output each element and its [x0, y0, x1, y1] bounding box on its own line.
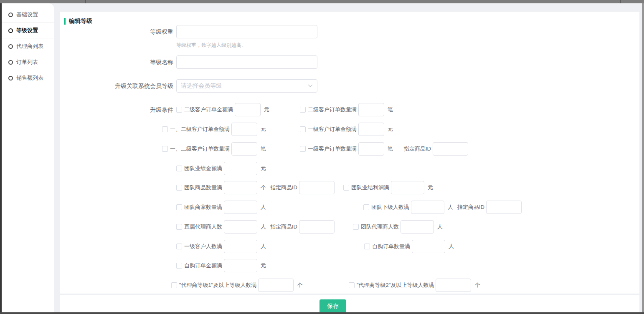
circle-icon [8, 44, 13, 49]
condition-item: 团队业绩金额满 元 [176, 162, 266, 175]
product-id-label: 指定商品ID [270, 184, 297, 191]
checkbox[interactable] [300, 107, 306, 113]
edit-level-panel: 编辑等级 等级权重 等级权重，数字越大级别越高。 等级名称 升级关联系统会员等级… [60, 12, 639, 294]
condition-value-input[interactable] [231, 142, 257, 156]
condition-item: 团队商家数量满 人 [176, 201, 266, 214]
checkbox[interactable] [176, 204, 182, 210]
circle-icon [8, 60, 13, 65]
sidebar-item-label: 销售额列表 [16, 74, 43, 82]
checkbox[interactable] [300, 146, 306, 152]
checkbox[interactable] [349, 282, 355, 288]
condition-value-input[interactable] [358, 123, 384, 136]
condition-item: 一级客户订单数量满 笔 指定商品ID [300, 142, 468, 156]
checkbox[interactable] [364, 244, 370, 249]
checkbox[interactable] [176, 224, 182, 230]
condition-item: "代理商等级2"及以上等级人数满 个 [349, 279, 480, 292]
top-bar-seam [85, 0, 86, 3]
condition-value-input[interactable] [411, 201, 444, 214]
condition-item: 二级客户订单金额满 元 [176, 103, 269, 116]
member-level-label: 升级关联系统会员等级 [60, 79, 173, 93]
member-level-select[interactable]: 请选择会员等级 [176, 79, 317, 93]
upgrade-conditions-label: 升级条件 [60, 103, 173, 116]
checkbox[interactable] [353, 224, 359, 230]
sidebar-item-label: 等级设置 [16, 27, 38, 34]
condition-item: 一级客户人数满 人 [176, 240, 266, 253]
checkbox[interactable] [176, 185, 182, 191]
level-weight-help: 等级权重，数字越大级别越高。 [176, 42, 246, 49]
condition-item: 自购订单数量满 人 [364, 240, 454, 253]
sidebar-item-sales-list[interactable]: 销售额列表 [2, 70, 54, 86]
condition-value-input[interactable] [358, 142, 384, 156]
condition-item: 团队商品数量满 个 指定商品ID [176, 181, 335, 194]
condition-value-input[interactable] [412, 240, 445, 253]
condition-item: 团队代理商人数 人 [353, 220, 443, 234]
condition-item: 二级客户订单数量满 笔 [300, 103, 393, 116]
sidebar: 基础设置 等级设置 代理商列表 订单列表 销售额列表 [2, 3, 54, 312]
condition-value-input[interactable] [258, 279, 294, 292]
checkbox[interactable] [162, 146, 168, 152]
product-id-label: 指定商品ID [457, 203, 484, 211]
condition-value-input[interactable] [391, 181, 424, 194]
condition-item: 直属代理商人数 人 指定商品ID [176, 220, 335, 234]
sidebar-item-label: 基础设置 [16, 11, 38, 18]
product-id-label: 指定商品ID [404, 145, 431, 153]
condition-item: 团队下级人数满 人 指定商品ID [363, 201, 522, 214]
condition-value-input[interactable] [358, 103, 384, 116]
checkbox[interactable] [300, 126, 306, 132]
save-button[interactable]: 保存 [319, 299, 346, 314]
checkbox[interactable] [176, 244, 182, 249]
condition-value-input[interactable] [224, 220, 257, 234]
condition-value-input[interactable] [224, 181, 257, 194]
condition-value-input[interactable] [224, 201, 257, 214]
checkbox[interactable] [171, 282, 177, 288]
level-weight-input[interactable] [176, 25, 317, 38]
condition-item: 一、二级客户订单金额满 元 [162, 123, 266, 136]
circle-icon [8, 13, 13, 17]
condition-value-input[interactable] [235, 103, 261, 116]
checkbox[interactable] [343, 185, 349, 191]
product-id-label: 指定商品ID [270, 223, 297, 231]
condition-item: 团队业结利润满 元 [343, 181, 433, 194]
condition-value-input[interactable] [401, 220, 434, 234]
top-bar-seam [620, 0, 621, 3]
condition-value-input[interactable] [224, 162, 257, 175]
condition-value-input[interactable] [224, 240, 257, 253]
sidebar-item-agent-list[interactable]: 代理商列表 [2, 38, 54, 54]
product-id-input[interactable] [486, 201, 522, 214]
sidebar-item-label: 订单列表 [16, 58, 38, 66]
checkbox[interactable] [162, 126, 168, 132]
condition-value-input[interactable] [231, 123, 257, 136]
window-top-bar [0, 0, 644, 3]
condition-value-input[interactable] [224, 259, 257, 272]
condition-item: 自购订单金额满 元 [176, 259, 266, 272]
level-name-label: 等级名称 [60, 55, 173, 69]
checkbox[interactable] [176, 166, 182, 171]
window-bottom-edge [0, 312, 644, 314]
condition-item: 一、二级客户订单数量满 笔 [162, 142, 266, 156]
circle-icon [8, 28, 13, 33]
page-title: 编辑等级 [64, 18, 92, 25]
circle-icon [8, 76, 13, 80]
footer-bar: 保存 [60, 295, 639, 312]
window-left-edge [0, 0, 2, 314]
sidebar-item-label: 代理商列表 [16, 43, 43, 50]
sidebar-item-order-list[interactable]: 订单列表 [2, 54, 54, 70]
condition-item: 一级客户订单金额满 元 [300, 123, 393, 136]
product-id-input[interactable] [299, 181, 335, 194]
sidebar-item-level-settings[interactable]: 等级设置 [2, 23, 54, 38]
chevron-down-icon [308, 84, 313, 88]
condition-value-input[interactable] [436, 279, 471, 292]
select-placeholder: 请选择会员等级 [181, 82, 222, 90]
product-id-input[interactable] [433, 142, 468, 156]
level-name-input[interactable] [176, 55, 317, 69]
checkbox[interactable] [176, 107, 182, 113]
sidebar-item-basic-settings[interactable]: 基础设置 [2, 7, 54, 23]
title-accent-bar [64, 18, 66, 25]
window-right-edge [642, 0, 644, 314]
product-id-input[interactable] [299, 220, 335, 234]
condition-item: "代理商等级1"及以上等级人数满 个 [171, 279, 302, 292]
checkbox[interactable] [363, 204, 369, 210]
level-weight-label: 等级权重 [60, 25, 173, 38]
checkbox[interactable] [176, 263, 182, 269]
